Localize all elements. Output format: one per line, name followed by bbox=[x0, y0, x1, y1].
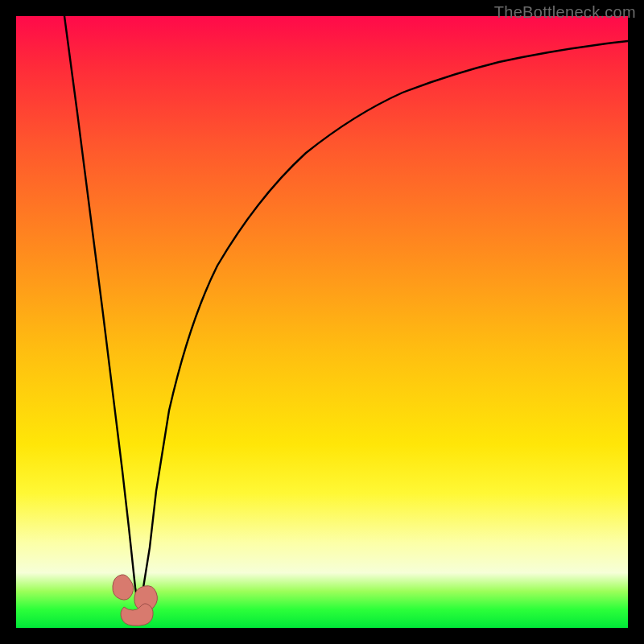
bottleneck-curve bbox=[64, 16, 628, 608]
chart-overlay bbox=[16, 16, 628, 628]
min-left-blob bbox=[113, 575, 134, 600]
chart-frame: TheBottleneck.com bbox=[0, 0, 644, 644]
